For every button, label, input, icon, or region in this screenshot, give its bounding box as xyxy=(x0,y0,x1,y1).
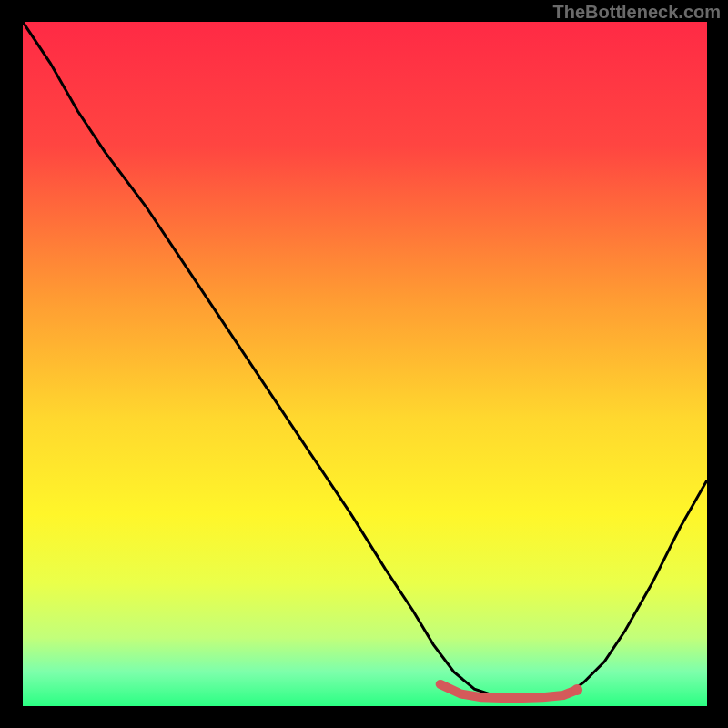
chart-plot-area xyxy=(23,22,707,706)
trough-end-dot xyxy=(571,684,582,695)
watermark-text: TheBottleneck.com xyxy=(553,2,721,23)
chart-background xyxy=(23,22,707,706)
chart-svg xyxy=(23,22,707,706)
